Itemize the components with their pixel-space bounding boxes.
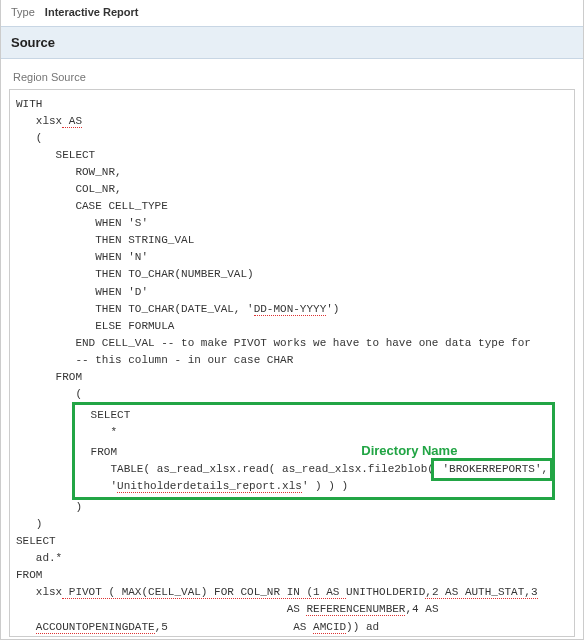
- code-line: END CELL_VAL -- to make PIVOT works we h…: [16, 335, 570, 352]
- code-line: WHEN 'S': [16, 215, 570, 232]
- code-line: FROM: [16, 369, 570, 386]
- directory-name-param: 'BROKERREPORTS',: [434, 461, 550, 478]
- region-source-textarea[interactable]: WITH xlsx AS ( SELECT ROW_NR, COL_NR, CA…: [9, 89, 575, 637]
- code-line: xlsx PIVOT ( MAX(CELL_VAL) FOR COL_NR IN…: [16, 584, 570, 601]
- region-source-label: Region Source: [1, 59, 583, 87]
- code-line: -- this column - in our case CHAR: [16, 352, 570, 369]
- code-line: COL_NR,: [16, 181, 570, 198]
- code-line: ACCOUNTOPENINGDATE,5 AS AMCID)) ad: [16, 619, 570, 636]
- code-line: THEN TO_CHAR(DATE_VAL, 'DD-MON-YYYY'): [16, 301, 570, 318]
- code-line: THEN STRING_VAL: [16, 232, 570, 249]
- code-line: AS REFERENCENUMBER,4 AS: [16, 601, 570, 618]
- code-line: SELECT: [16, 533, 570, 550]
- code-line: ELSE FORMULA: [16, 318, 570, 335]
- section-header-source: Source: [1, 26, 583, 59]
- type-value: Interactive Report: [45, 6, 139, 18]
- type-label: Type: [11, 6, 35, 18]
- highlight-region: SELECT * FROM Directory Name TABLE( as_r…: [16, 403, 570, 499]
- highlight-box: SELECT * FROM Directory Name TABLE( as_r…: [75, 405, 552, 497]
- code-line: WHEN 'N': [16, 249, 570, 266]
- code-line: WITH: [16, 96, 570, 113]
- directory-name-annotation: Directory Name: [361, 443, 457, 458]
- code-line: CASE CELL_TYPE: [16, 198, 570, 215]
- code-line: (: [16, 130, 570, 147]
- type-row: Type Interactive Report: [1, 0, 583, 22]
- code-line: FROM: [16, 567, 570, 584]
- region-editor: Type Interactive Report Source Region So…: [0, 0, 584, 640]
- code-line: THEN TO_CHAR(NUMBER_VAL): [16, 266, 570, 283]
- code-line: WHEN 'D': [16, 284, 570, 301]
- code-line: ad.*: [16, 550, 570, 567]
- code-line: (: [16, 386, 570, 403]
- code-line: ROW_NR,: [16, 164, 570, 181]
- code-line: WHERE: [16, 636, 570, 637]
- code-line: ): [16, 499, 570, 516]
- code-line: xlsx AS: [16, 113, 570, 130]
- code-line: ): [16, 516, 570, 533]
- code-line: SELECT: [16, 147, 570, 164]
